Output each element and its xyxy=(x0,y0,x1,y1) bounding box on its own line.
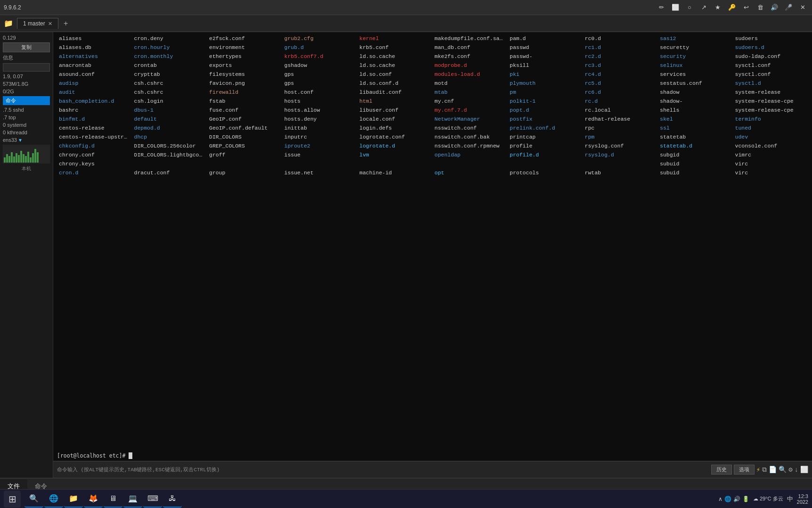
t-file: hosts xyxy=(283,97,358,106)
t-file: rpm xyxy=(583,132,658,141)
t-file: redhat-release xyxy=(583,115,658,123)
t-file: inputrc xyxy=(283,132,358,141)
history-button[interactable]: 历史 xyxy=(711,465,732,475)
t-file: rc4.d xyxy=(583,70,658,79)
tray-ime[interactable]: 中 xyxy=(787,495,793,503)
mic-icon[interactable]: 🎤 xyxy=(783,3,794,12)
gear-icon[interactable]: ⚙ xyxy=(788,466,792,474)
t-file: virc xyxy=(733,159,809,168)
t-file: inittab xyxy=(283,123,358,132)
t-file: nsswitch.conf xyxy=(433,123,508,132)
edit-icon[interactable]: ✏ xyxy=(656,3,667,12)
volume-icon[interactable]: 🔊 xyxy=(769,3,780,12)
window-controls: ✏ ⬜ ○ ↗ ★ 🔑 ↩ 🗑 🔊 🎤 ✕ xyxy=(656,3,808,12)
t-file: udev xyxy=(733,132,809,141)
taskbar-app-edge[interactable]: 🌐 xyxy=(44,491,63,508)
taskbar-app-firefox[interactable]: 🦊 xyxy=(84,491,103,508)
taskbar-app-search[interactable]: 🔍 xyxy=(24,491,43,508)
t-file: pam.d xyxy=(508,34,583,43)
t-file: ld.so.cache xyxy=(357,61,433,70)
delete-icon[interactable]: 🗑 xyxy=(755,3,766,12)
download-icon[interactable]: ↓ xyxy=(795,466,798,474)
t-file: subuid xyxy=(658,168,733,177)
t-file: audit xyxy=(57,88,132,97)
minimize-icon[interactable]: ⬜ xyxy=(800,466,808,474)
t-file: hosts.allow xyxy=(283,106,358,115)
tab-close-button[interactable]: ✕ xyxy=(48,21,52,27)
term1-icon: 🖥 xyxy=(109,494,117,503)
t-file: opt xyxy=(433,168,508,177)
t-file: skel xyxy=(658,115,733,123)
taskbar-app-term2[interactable]: 💻 xyxy=(123,491,142,508)
t-file: terminfo xyxy=(733,115,809,123)
master-tab[interactable]: 1 master ✕ xyxy=(17,18,58,29)
t-file: centos-release-upstream xyxy=(57,132,132,141)
taskbar-app-files[interactable]: 📁 xyxy=(64,491,83,508)
star-icon[interactable]: ★ xyxy=(712,3,723,12)
taskbar-app-term3[interactable]: ⌨ xyxy=(143,491,162,508)
t-file: html xyxy=(357,97,433,106)
t-file: dhcp xyxy=(132,132,208,141)
tray-network[interactable]: 🌐 xyxy=(724,496,731,502)
key-icon[interactable]: 🔑 xyxy=(726,3,738,12)
start-button[interactable]: ⊞ xyxy=(4,491,21,508)
stat-input[interactable] xyxy=(3,63,50,72)
t-file: rc.d xyxy=(583,97,658,106)
term3-icon: ⌨ xyxy=(147,494,158,503)
t-file: grub.d xyxy=(283,43,358,52)
t-file: shells xyxy=(658,106,733,115)
arrow-icon[interactable]: ↗ xyxy=(698,3,709,12)
tray-volume[interactable]: 🔊 xyxy=(733,496,740,502)
t-file: profile.d xyxy=(508,150,583,159)
t-file: DIR_COLORS xyxy=(207,132,283,141)
t-file: my.cnf.7.d xyxy=(433,106,508,115)
cmd-label: 命令 xyxy=(3,96,50,105)
tray-battery[interactable]: 🔋 xyxy=(742,496,749,502)
tab-add-button[interactable]: + xyxy=(60,18,72,29)
circle-icon[interactable]: ○ xyxy=(684,3,695,12)
clock: 12:3 2022 xyxy=(797,493,808,505)
lightning-icon[interactable]: ⚡ xyxy=(756,466,760,474)
proc-kthreadd: 0 kthreadd xyxy=(0,129,53,136)
close-button[interactable]: ✕ xyxy=(797,3,808,12)
t-file: rsyslog.conf xyxy=(583,141,658,150)
t-file: profile xyxy=(508,141,583,150)
copy2-icon[interactable]: ⧉ xyxy=(762,466,767,474)
options-button[interactable]: 选项 xyxy=(734,465,755,475)
t-file: iproute2 xyxy=(283,141,358,150)
main-layout: 0.129 复制 信息 1.9, 0.07 573M/1.8G 0/2G 命令 … xyxy=(0,32,812,478)
t-file: kernel xyxy=(357,34,433,43)
restore-icon[interactable]: ⬜ xyxy=(670,3,681,12)
cmd-input-bar: 命令输入 (按ALT键提示历史,TAB键路径,ESC键返回,双击CTRL切换) … xyxy=(53,461,812,478)
terminal-content: aliases cron.deny e2fsck.conf grub2.cfg … xyxy=(53,32,812,451)
app-version: 9.9.6.2 xyxy=(4,4,21,11)
t-file: cron.monthly xyxy=(132,52,208,61)
terminal[interactable]: aliases cron.deny e2fsck.conf grub2.cfg … xyxy=(53,32,812,478)
t-file: pm xyxy=(508,88,583,97)
time-display: 12:3 xyxy=(797,493,808,499)
taskbar-app-term4[interactable]: 🖧 xyxy=(163,491,182,508)
t-file: rc6.d xyxy=(583,88,658,97)
search-icon[interactable]: 🔍 xyxy=(779,466,787,474)
t-file: issue xyxy=(283,150,358,159)
t-file: makedumpfile.conf.sample xyxy=(433,34,508,43)
taskbar-app-term1[interactable]: 🖥 xyxy=(104,491,122,508)
t-file: environment xyxy=(207,43,283,52)
t-file: subgid xyxy=(658,150,733,159)
proc-top: .7 top xyxy=(0,114,53,121)
t-file: crypttab xyxy=(132,70,208,79)
t-file: selinux xyxy=(658,61,733,70)
t-file: postfix xyxy=(508,115,583,123)
t-file: sudoers xyxy=(733,34,809,43)
t-file: bashrc xyxy=(57,106,132,115)
undo-icon[interactable]: ↩ xyxy=(740,3,752,12)
t-file: lvm xyxy=(357,150,433,159)
swap-stat: 0/2G xyxy=(0,88,53,95)
t-file: rc.local xyxy=(583,106,658,115)
file-icon[interactable]: 📄 xyxy=(769,466,777,474)
info-label: 信息 xyxy=(0,53,53,62)
t-file: my.cnf xyxy=(433,97,508,106)
copy-button[interactable]: 复制 xyxy=(3,42,50,52)
t-file: rwtab xyxy=(583,168,658,177)
tray-chevron[interactable]: ∧ xyxy=(718,496,723,502)
